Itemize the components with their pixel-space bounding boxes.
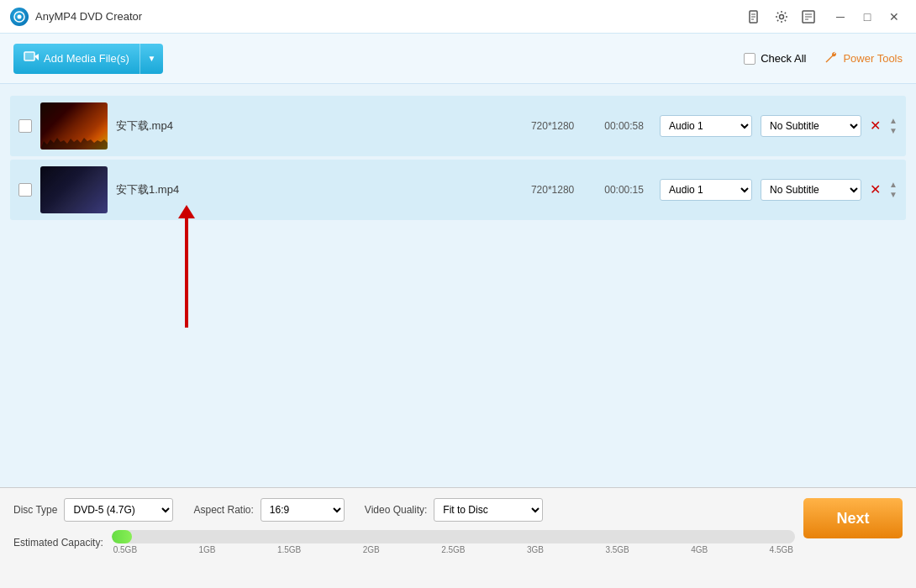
add-media-icon [24,50,39,67]
row-2-subtitle-select[interactable]: No Subtitle [761,179,861,201]
row-2-audio-select[interactable]: Audio 1 [660,179,752,201]
settings-icon[interactable] [771,7,792,27]
row-1-thumbnail [40,102,108,150]
power-tools-label: Power Tools [843,52,903,65]
disc-type-label: Disc Type [13,504,57,516]
row-1-audio-select[interactable]: Audio 1 [660,115,752,137]
row-2-delete-button[interactable]: ✕ [870,183,881,197]
window-controls: ─ □ ✕ [829,5,906,29]
toolbar: Add Media File(s) ▼ Check All Power Tool… [0,34,916,84]
row-1-down-arrow[interactable]: ▼ [889,127,898,135]
maximize-button[interactable]: □ [855,5,879,29]
svg-rect-11 [24,52,34,60]
row-2-filename: 安下载1.mp4 [116,182,508,197]
title-bar: AnyMP4 DVD Creator ─ [0,0,916,34]
check-all-checkbox[interactable] [744,53,755,65]
capacity-bar-fill [112,530,132,543]
aspect-ratio-select[interactable]: 16:9 4:3 [261,498,345,522]
file-row: 安下载.mp4 720*1280 00:00:58 Audio 1 No Sub… [10,96,906,156]
next-button[interactable]: Next [803,498,903,538]
video-quality-select[interactable]: Fit to Disc High Medium Low [434,498,543,522]
check-all-container[interactable]: Check All [744,52,806,65]
capacity-labels: 0.5GB 1GB 1.5GB 2GB 2.5GB 3GB 3.5GB 4GB … [112,545,795,554]
row-1-resolution: 720*1280 [517,120,588,132]
file-row: 安下载1.mp4 720*1280 00:00:15 Audio 1 No Su… [10,160,906,220]
minimize-button[interactable]: ─ [829,5,852,29]
add-media-button[interactable]: Add Media File(s) ▼ [13,44,163,74]
add-media-dropdown-arrow[interactable]: ▼ [140,44,163,74]
title-bar-icons [745,7,819,27]
row-2-down-arrow[interactable]: ▼ [889,191,898,199]
capacity-row: Estimated Capacity: 0.5GB 1GB 1.5GB 2GB … [13,530,795,554]
row-2-reorder[interactable]: ▲ ▼ [889,181,898,199]
bottom-main: Disc Type DVD-5 (4.7G) DVD-9 (8.5G) Blu-… [13,498,903,554]
file-icon[interactable] [745,7,765,27]
check-all-label: Check All [761,52,806,65]
row-2-up-arrow[interactable]: ▲ [889,181,898,189]
wrench-icon [823,50,838,68]
aspect-ratio-label: Aspect Ratio: [193,504,253,516]
video-quality-label: Video Quality: [365,504,428,516]
capacity-label: Estimated Capacity: [13,537,103,549]
help-icon[interactable] [798,7,819,27]
main-content: 安下载.mp4 720*1280 00:00:58 Audio 1 No Sub… [0,84,916,487]
app-title: AnyMP4 DVD Creator [35,10,745,23]
bottom-left: Disc Type DVD-5 (4.7G) DVD-9 (8.5G) Blu-… [13,498,795,554]
bottom-bar: Disc Type DVD-5 (4.7G) DVD-9 (8.5G) Blu-… [0,487,916,588]
capacity-bar-wrapper: 0.5GB 1GB 1.5GB 2GB 2.5GB 3GB 3.5GB 4GB … [112,530,795,554]
row-1-subtitle-select[interactable]: No Subtitle [761,115,861,137]
settings-row: Disc Type DVD-5 (4.7G) DVD-9 (8.5G) Blu-… [13,498,795,522]
close-button[interactable]: ✕ [882,5,906,29]
row-2-thumbnail [40,166,108,213]
power-tools-button[interactable]: Power Tools [823,50,903,68]
row-2-duration: 00:00:15 [597,184,651,196]
toolbar-right: Check All Power Tools [744,50,903,68]
svg-point-1 [18,14,22,18]
row-1-reorder[interactable]: ▲ ▼ [889,117,898,135]
svg-point-6 [780,14,784,18]
disc-type-group: Disc Type DVD-5 (4.7G) DVD-9 (8.5G) Blu-… [13,498,173,522]
arrow-annotation [185,218,188,328]
row-1-checkbox[interactable] [18,119,32,133]
video-quality-group: Video Quality: Fit to Disc High Medium L… [365,498,544,522]
row-1-up-arrow[interactable]: ▲ [889,117,898,125]
row-2-checkbox[interactable] [18,183,32,197]
capacity-bar [112,530,795,543]
add-media-label: Add Media File(s) [44,52,129,65]
disc-type-select[interactable]: DVD-5 (4.7G) DVD-9 (8.5G) Blu-ray 25G Bl… [64,498,173,522]
app-logo [10,8,29,26]
row-2-resolution: 720*1280 [517,184,588,196]
row-1-filename: 安下载.mp4 [116,118,508,134]
row-1-duration: 00:00:58 [597,120,651,132]
aspect-ratio-group: Aspect Ratio: 16:9 4:3 [193,498,344,522]
row-1-delete-button[interactable]: ✕ [870,119,881,133]
